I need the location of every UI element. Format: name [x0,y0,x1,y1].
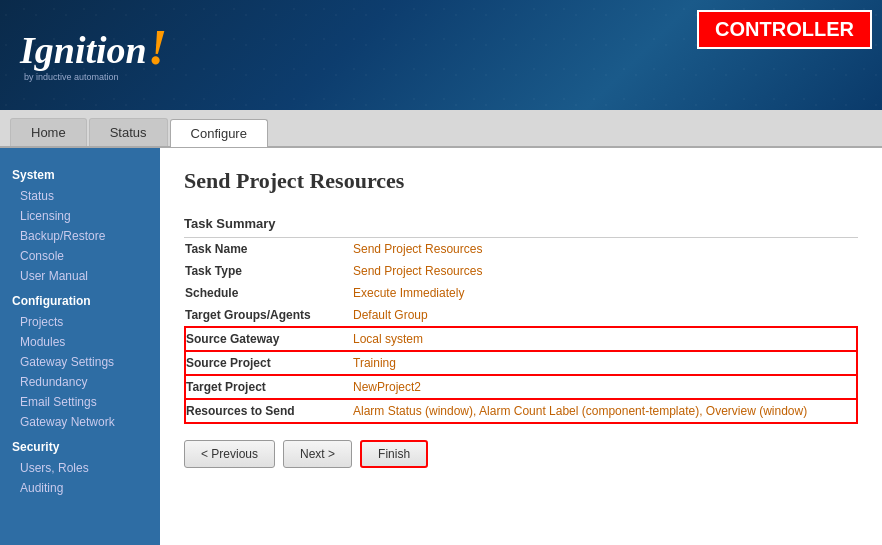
row-label: Source Project [185,351,345,375]
tab-configure[interactable]: Configure [170,119,268,147]
sidebar-item-usermanual[interactable]: User Manual [0,266,160,286]
tab-status[interactable]: Status [89,118,168,146]
sidebar-item-modules[interactable]: Modules [0,332,160,352]
next-button[interactable]: Next > [283,440,352,468]
main-layout: System Status Licensing Backup/Restore C… [0,148,882,545]
sidebar-item-users-roles[interactable]: Users, Roles [0,458,160,478]
row-value: Default Group [345,304,857,327]
sidebar-item-status[interactable]: Status [0,186,160,206]
logo-text-i: I [20,28,35,72]
row-value: Send Project Resources [345,260,857,282]
row-value: Execute Immediately [345,282,857,304]
sidebar-section-configuration: Configuration [0,286,160,312]
row-value: Training [345,351,857,375]
row-label: Resources to Send [185,399,345,423]
row-value: Alarm Status (window), Alarm Count Label… [345,399,857,423]
nav-tabs: Home Status Configure [0,110,882,148]
logo-subtitle: by inductive automation [24,72,167,82]
previous-button[interactable]: < Previous [184,440,275,468]
header: I gnition ! by inductive automation CONT… [0,0,882,110]
sidebar-item-backup[interactable]: Backup/Restore [0,226,160,246]
page-title: Send Project Resources [184,168,858,194]
sidebar-item-licensing[interactable]: Licensing [0,206,160,226]
row-label: Source Gateway [185,327,345,351]
logo-text-rest: gnition [35,28,147,72]
sidebar-item-gateway-network[interactable]: Gateway Network [0,412,160,432]
row-label: Schedule [185,282,345,304]
sidebar-section-security: Security [0,432,160,458]
row-value: Send Project Resources [345,238,857,260]
sidebar-section-system: System [0,160,160,186]
sidebar-item-email-settings[interactable]: Email Settings [0,392,160,412]
row-label: Target Groups/Agents [185,304,345,327]
finish-button[interactable]: Finish [360,440,428,468]
row-label: Task Name [185,238,345,260]
sidebar-item-gateway-settings[interactable]: Gateway Settings [0,352,160,372]
task-summary-heading: Task Summary [184,210,858,238]
highlighted-row-resources: Resources to Send Alarm Status (window),… [185,399,857,423]
sidebar: System Status Licensing Backup/Restore C… [0,148,160,545]
table-row: Task Type Send Project Resources [185,260,857,282]
highlighted-row-target-project: Target Project NewProject2 [185,375,857,399]
sidebar-item-redundancy[interactable]: Redundancy [0,372,160,392]
tab-home[interactable]: Home [10,118,87,146]
highlighted-row-source-project: Source Project Training [185,351,857,375]
row-value: NewProject2 [345,375,857,399]
highlighted-row-source-gateway: Source Gateway Local system [185,327,857,351]
task-table: Task Name Send Project Resources Task Ty… [184,238,858,424]
sidebar-item-console[interactable]: Console [0,246,160,266]
controller-badge: CONTROLLER [697,10,872,49]
table-row: Schedule Execute Immediately [185,282,857,304]
content-area: Send Project Resources Task Summary Task… [160,148,882,545]
row-value: Local system [345,327,857,351]
table-row: Target Groups/Agents Default Group [185,304,857,327]
sidebar-item-auditing[interactable]: Auditing [0,478,160,498]
row-label: Task Type [185,260,345,282]
button-row: < Previous Next > Finish [184,440,858,468]
logo: I gnition ! by inductive automation [20,22,167,88]
logo-exclamation: ! [148,22,167,72]
sidebar-item-projects[interactable]: Projects [0,312,160,332]
table-row: Task Name Send Project Resources [185,238,857,260]
row-label: Target Project [185,375,345,399]
